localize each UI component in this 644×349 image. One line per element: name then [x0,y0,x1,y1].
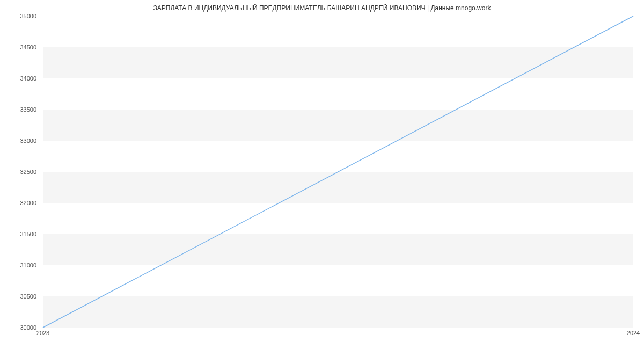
y-axis-label: 32000 [20,200,36,206]
y-axis-label: 33000 [20,137,36,144]
x-axis-label: 2024 [627,330,640,336]
chart-data-line [43,16,633,328]
y-axis-label: 34000 [20,75,36,82]
chart-line-layer [43,16,633,328]
chart-plot-area: 3000030500310003150032000325003300033500… [43,16,633,328]
y-axis-label: 32500 [20,169,36,175]
y-axis-label: 31500 [20,231,36,237]
x-axis-label: 2023 [36,330,49,336]
y-axis-label: 31000 [20,262,36,268]
y-axis-label: 30500 [20,293,36,300]
y-axis-label: 30000 [20,324,36,331]
y-axis-label: 33500 [20,106,36,113]
y-axis-label: 34500 [20,44,36,50]
chart-title: ЗАРПЛАТА В ИНДИВИДУАЛЬНЫЙ ПРЕДПРИНИМАТЕЛ… [0,0,644,12]
y-axis-label: 35000 [20,13,36,19]
